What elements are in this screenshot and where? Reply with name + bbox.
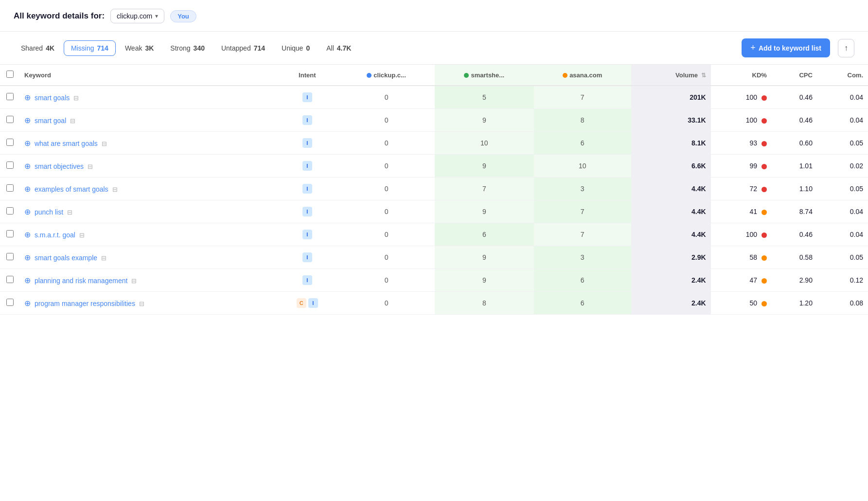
table-row: ⊕ program manager responsibilities ⊟ C I… xyxy=(0,292,868,315)
you-badge: You xyxy=(170,10,196,22)
row-checkbox[interactable] xyxy=(6,230,14,237)
add-keyword-icon[interactable]: ⊕ xyxy=(24,185,31,193)
add-keyword-icon[interactable]: ⊕ xyxy=(24,231,31,239)
add-keyword-icon[interactable]: ⊕ xyxy=(24,299,31,307)
asana-dot xyxy=(563,73,567,78)
table-body: ⊕ smart goals ⊟ I 0 5 7 201K 100 0.46 0.… xyxy=(0,86,868,315)
keyword-table: Keyword Intent clickup.c... smartshe... … xyxy=(0,65,868,315)
com-cell: 0.04 xyxy=(817,86,868,109)
keyword-link[interactable]: program manager responsibilities xyxy=(35,300,135,307)
tab-all[interactable]: All 4.7K xyxy=(319,40,358,56)
volume-cell: 4.4K xyxy=(631,178,711,200)
keyword-link[interactable]: planning and risk management xyxy=(35,277,127,285)
com-cell: 0.05 xyxy=(817,132,868,155)
row-checkbox-cell xyxy=(0,178,19,200)
page-header: All keyword details for: clickup.com ▾ Y… xyxy=(0,0,868,32)
table-row: ⊕ smart goal ⊟ I 0 9 8 33.1K 100 0.46 0.… xyxy=(0,109,868,132)
add-keyword-icon[interactable]: ⊕ xyxy=(24,276,31,285)
save-keyword-icon[interactable]: ⊟ xyxy=(88,163,93,170)
save-keyword-icon[interactable]: ⊟ xyxy=(79,232,85,239)
save-keyword-icon[interactable]: ⊟ xyxy=(67,209,72,216)
keyword-link[interactable]: s.m.a.r.t. goal xyxy=(35,231,75,239)
save-keyword-icon[interactable]: ⊟ xyxy=(131,277,137,285)
row-checkbox[interactable] xyxy=(6,299,14,306)
select-all-checkbox[interactable] xyxy=(6,71,14,78)
add-keyword-icon[interactable]: ⊕ xyxy=(24,253,31,262)
keyword-cell: ⊕ punch list ⊟ xyxy=(19,200,277,223)
row-checkbox[interactable] xyxy=(6,253,14,260)
save-keyword-icon[interactable]: ⊟ xyxy=(102,140,107,147)
asana-cell: 6 xyxy=(534,292,631,315)
keyword-cell: ⊕ smart goal ⊟ xyxy=(19,109,277,132)
keyword-link[interactable]: smart objectives xyxy=(35,162,84,170)
col-asana: asana.com xyxy=(534,65,631,86)
plus-icon: + xyxy=(750,43,756,53)
select-all-col xyxy=(0,65,19,86)
save-keyword-icon[interactable]: ⊟ xyxy=(112,186,118,193)
keyword-link[interactable]: smart goal xyxy=(35,117,66,125)
intent-cell: I xyxy=(277,269,338,292)
smartsheets-cell: 6 xyxy=(435,223,533,246)
asana-cell: 3 xyxy=(534,178,631,200)
row-checkbox-cell xyxy=(0,200,19,223)
save-keyword-icon[interactable]: ⊟ xyxy=(73,94,79,102)
tab-unique[interactable]: Unique 0 xyxy=(274,40,317,56)
row-checkbox[interactable] xyxy=(6,184,14,192)
tab-count-untapped: 714 xyxy=(254,44,265,52)
row-checkbox[interactable] xyxy=(6,116,14,123)
cpc-cell: 0.46 xyxy=(772,86,817,109)
tab-untapped[interactable]: Untapped 714 xyxy=(214,40,272,56)
tabs-bar: Shared 4KMissing 714Weak 3KStrong 340Unt… xyxy=(0,32,868,65)
kd-indicator xyxy=(762,118,767,124)
keyword-link[interactable]: punch list xyxy=(35,208,63,216)
smartsheets-cell: 8 xyxy=(435,292,533,315)
row-checkbox-cell xyxy=(0,223,19,246)
tab-label-weak: Weak xyxy=(125,44,142,52)
row-checkbox[interactable] xyxy=(6,276,14,283)
col-cpc: CPC xyxy=(772,65,817,86)
tab-count-missing: 714 xyxy=(97,44,108,52)
tab-label-shared: Shared xyxy=(21,44,43,52)
add-to-keyword-list-button[interactable]: + Add to keyword list xyxy=(742,38,830,57)
tab-strong[interactable]: Strong 340 xyxy=(163,40,212,56)
row-checkbox[interactable] xyxy=(6,93,14,100)
page-title: All keyword details for: xyxy=(14,11,105,21)
cpc-cell: 0.46 xyxy=(772,223,817,246)
save-keyword-icon[interactable]: ⊟ xyxy=(70,117,75,125)
keyword-link[interactable]: examples of smart goals xyxy=(35,185,108,193)
domain-selector[interactable]: clickup.com ▾ xyxy=(110,9,164,23)
com-cell: 0.05 xyxy=(817,178,868,200)
clickup-cell: 0 xyxy=(338,109,435,132)
kd-cell: 50 xyxy=(711,292,772,315)
export-button[interactable]: ↑ xyxy=(838,39,854,57)
cpc-cell: 1.20 xyxy=(772,292,817,315)
com-cell: 0.12 xyxy=(817,269,868,292)
com-cell: 0.04 xyxy=(817,223,868,246)
keyword-link[interactable]: what are smart goals xyxy=(35,140,98,147)
save-keyword-icon[interactable]: ⊟ xyxy=(101,254,106,262)
tab-shared[interactable]: Shared 4K xyxy=(14,40,62,56)
row-checkbox[interactable] xyxy=(6,207,14,215)
sort-icon[interactable]: ⇅ xyxy=(701,72,706,79)
tab-missing[interactable]: Missing 714 xyxy=(64,40,116,56)
smartsheets-cell: 9 xyxy=(435,269,533,292)
cpc-cell: 1.10 xyxy=(772,178,817,200)
add-keyword-icon[interactable]: ⊕ xyxy=(24,139,31,147)
add-keyword-icon[interactable]: ⊕ xyxy=(24,208,31,216)
tab-count-unique: 0 xyxy=(306,44,310,52)
tab-count-weak: 3K xyxy=(145,44,154,52)
row-checkbox-cell xyxy=(0,269,19,292)
col-intent: Intent xyxy=(277,65,338,86)
keyword-link[interactable]: smart goals example xyxy=(35,254,97,262)
row-checkbox[interactable] xyxy=(6,139,14,146)
smartsheets-cell: 7 xyxy=(435,178,533,200)
add-keyword-icon[interactable]: ⊕ xyxy=(24,93,31,102)
add-keyword-icon[interactable]: ⊕ xyxy=(24,116,31,125)
row-checkbox[interactable] xyxy=(6,161,14,169)
keyword-link[interactable]: smart goals xyxy=(35,94,70,102)
volume-cell: 2.9K xyxy=(631,246,711,269)
tab-weak[interactable]: Weak 3K xyxy=(118,40,161,56)
add-keyword-icon[interactable]: ⊕ xyxy=(24,162,31,170)
tab-count-shared: 4K xyxy=(46,44,54,52)
save-keyword-icon[interactable]: ⊟ xyxy=(139,300,144,307)
